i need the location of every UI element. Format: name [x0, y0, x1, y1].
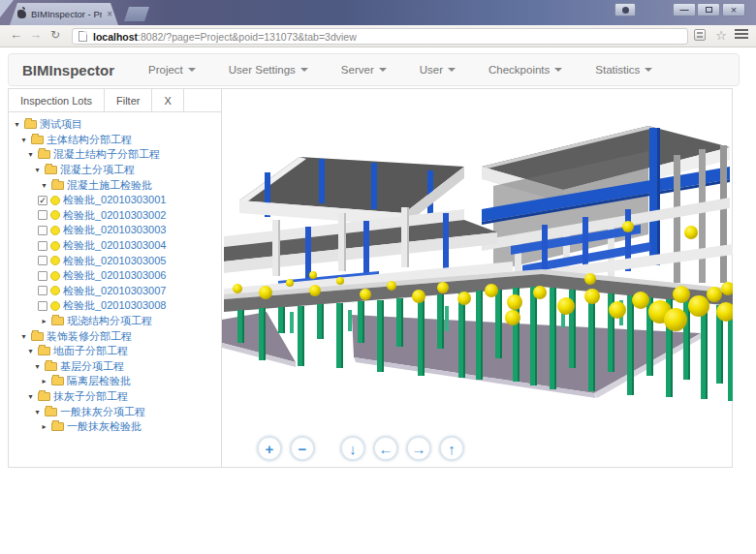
- tree-label[interactable]: 一般抹灰分项工程: [60, 405, 145, 419]
- menu-project[interactable]: Project: [132, 64, 212, 76]
- tree-node[interactable]: 检验批_02010303006: [11, 268, 219, 284]
- tree-label[interactable]: 抹灰子分部工程: [53, 389, 128, 404]
- tree-label[interactable]: 混凝土施工检验批: [67, 178, 152, 193]
- checkbox-unchecked[interactable]: [38, 226, 47, 235]
- brand[interactable]: BIMInspector: [9, 62, 132, 78]
- tree-label[interactable]: 检验批_02010303006: [63, 268, 166, 283]
- close-button[interactable]: ×: [722, 3, 745, 16]
- tree-node[interactable]: ▾主体结构分部工程: [11, 133, 219, 148]
- menu-user-settings[interactable]: User Settings: [212, 64, 325, 76]
- browser-action-icon[interactable]: [694, 29, 706, 41]
- tree-node[interactable]: 检验批_02010303004: [11, 238, 219, 254]
- tree-node[interactable]: ✓检验批_02010303001: [11, 193, 219, 208]
- collapse-icon[interactable]: ▾: [40, 181, 48, 190]
- address-bar[interactable]: localhost:8082/?page=Project&poid=131073…: [72, 28, 688, 45]
- expand-icon[interactable]: ▸: [40, 422, 48, 431]
- tree-node[interactable]: ▾抹灰子分部工程: [11, 389, 219, 405]
- tree-label[interactable]: 检验批_02010303003: [63, 223, 166, 237]
- tree-label[interactable]: 主体结构分部工程: [47, 133, 132, 147]
- zoom-out-button[interactable]: −: [290, 436, 315, 461]
- tree-label[interactable]: 混凝土结构子分部工程: [53, 147, 160, 162]
- window-extra-button[interactable]: [614, 3, 636, 16]
- tree-node[interactable]: ▸一般抹灰检验批: [11, 419, 219, 435]
- minimize-button[interactable]: —: [673, 3, 696, 16]
- expand-icon[interactable]: ▸: [40, 317, 48, 325]
- tree-node[interactable]: 检验批_02010303002: [11, 208, 219, 224]
- reload-icon[interactable]: ↻: [50, 28, 60, 42]
- tree-label[interactable]: 检验批_02010303004: [63, 238, 166, 253]
- checkbox-unchecked[interactable]: [38, 301, 47, 311]
- tree-node[interactable]: ▸现浇结构分项工程: [11, 314, 219, 329]
- tree-label[interactable]: 现浇结构分项工程: [67, 314, 152, 328]
- menu-checkpoints[interactable]: Checkpoints: [472, 64, 579, 76]
- pan-up-button[interactable]: ↑: [439, 436, 464, 461]
- folder-icon: [45, 362, 57, 371]
- collapse-icon[interactable]: ▾: [26, 392, 35, 401]
- tree-label[interactable]: 基层分项工程: [60, 359, 124, 374]
- tab-filter[interactable]: Filter: [105, 89, 152, 111]
- tree-label[interactable]: 地面子分部工程: [53, 344, 128, 358]
- tree-node[interactable]: 检验批_02010303003: [11, 223, 219, 238]
- collapse-icon[interactable]: ▾: [33, 362, 42, 371]
- tree-label[interactable]: 混凝土分项工程: [60, 163, 135, 177]
- tree-label[interactable]: 检验批_02010303008: [63, 298, 166, 313]
- tree-label[interactable]: 检验批_02010303002: [63, 208, 166, 223]
- checkbox-unchecked[interactable]: [38, 271, 47, 281]
- tab-close-icon[interactable]: ×: [107, 10, 112, 19]
- collapse-icon[interactable]: ▾: [13, 120, 21, 129]
- tree-label[interactable]: 隔离层检验批: [67, 374, 131, 388]
- checkbox-checked[interactable]: ✓: [38, 196, 47, 205]
- tree-node[interactable]: ▾测试项目: [11, 117, 219, 133]
- tab-inspection-lots[interactable]: Inspection Lots: [9, 89, 105, 111]
- folder-icon: [51, 377, 64, 385]
- tree-label[interactable]: 检验批_02010303005: [63, 254, 166, 268]
- back-icon[interactable]: ←: [10, 27, 22, 42]
- tree-label[interactable]: 装饰装修分部工程: [47, 329, 132, 344]
- tree-node[interactable]: ▾混凝土施工检验批: [11, 177, 219, 193]
- tab-close[interactable]: X: [152, 89, 183, 111]
- collapse-icon[interactable]: ▾: [33, 408, 42, 416]
- url-text[interactable]: localhost:8082/?page=Project&poid=131073…: [93, 31, 357, 43]
- checkbox-unchecked[interactable]: [38, 286, 47, 295]
- hamburger-menu-icon[interactable]: [735, 29, 748, 41]
- checkbox-unchecked[interactable]: [38, 256, 47, 265]
- tree-label[interactable]: 一般抹灰检验批: [67, 419, 142, 434]
- tree-node[interactable]: ▾基层分项工程: [11, 359, 219, 375]
- maximize-button[interactable]: [697, 3, 720, 16]
- tree-node[interactable]: ▾装饰装修分部工程: [11, 328, 219, 344]
- browser-tab[interactable]: BIMInspector - Pro ×: [10, 3, 118, 25]
- menu-statistics[interactable]: Statistics: [579, 64, 669, 76]
- lot-status-icon: [50, 301, 60, 311]
- collapse-icon[interactable]: ▾: [19, 332, 28, 341]
- tree-node[interactable]: ▸隔离层检验批: [11, 374, 219, 389]
- collapse-icon[interactable]: ▾: [26, 150, 35, 159]
- tree-node[interactable]: 检验批_02010303008: [11, 298, 219, 314]
- checkbox-unchecked[interactable]: [38, 241, 47, 251]
- checkbox-unchecked[interactable]: [38, 210, 47, 220]
- pan-down-button[interactable]: ↓: [340, 436, 365, 461]
- tree-label[interactable]: 检验批_02010303001: [63, 193, 166, 207]
- tree-node[interactable]: 检验批_02010303007: [11, 284, 219, 299]
- tree-node[interactable]: ▾地面子分部工程: [11, 344, 219, 359]
- tree-node[interactable]: ▾一般抹灰分项工程: [11, 404, 219, 419]
- tree-node[interactable]: 检验批_02010303005: [11, 253, 219, 268]
- forward-icon[interactable]: →: [29, 27, 42, 42]
- 3d-viewport[interactable]: +−↓←→↑: [222, 89, 732, 467]
- expand-icon[interactable]: ▸: [40, 377, 48, 385]
- bookmark-star-icon[interactable]: ☆: [715, 28, 727, 43]
- collapse-icon[interactable]: ▾: [33, 166, 42, 174]
- collapse-icon[interactable]: ▾: [26, 347, 35, 355]
- collapse-icon[interactable]: ▾: [19, 136, 28, 144]
- pan-right-button[interactable]: →: [406, 436, 431, 461]
- tree-label[interactable]: 测试项目: [40, 117, 82, 132]
- menu-server[interactable]: Server: [325, 64, 403, 76]
- menu-user[interactable]: User: [403, 64, 472, 76]
- tree-label[interactable]: 检验批_02010303007: [63, 284, 166, 298]
- bim-model-canvas[interactable]: [222, 89, 733, 469]
- new-tab-button[interactable]: [124, 7, 149, 21]
- zoom-in-button[interactable]: +: [257, 436, 282, 461]
- tree-node[interactable]: ▾混凝土分项工程: [11, 163, 219, 178]
- lot-status-icon: [50, 286, 60, 295]
- tree-node[interactable]: ▾混凝土结构子分部工程: [11, 147, 219, 163]
- pan-left-button[interactable]: ←: [373, 436, 398, 461]
